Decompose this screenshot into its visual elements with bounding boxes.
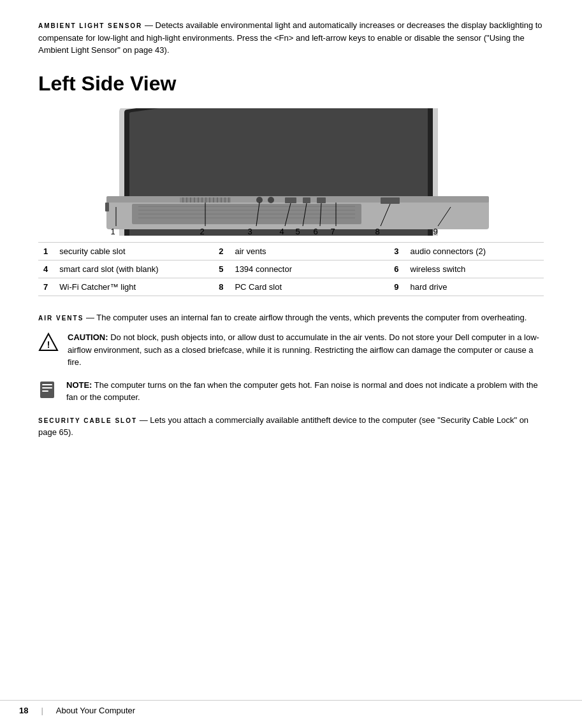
footer-page-number: 18 [19,701,28,715]
footer-title: About Your Computer [56,701,135,715]
svg-text:9: 9 [433,227,437,236]
svg-text:7: 7 [330,227,335,236]
svg-point-26 [268,197,274,203]
svg-text:!: ! [47,339,50,350]
air-vents-body: The computer uses an internal fan to cre… [96,313,527,322]
section-heading: Left Side View [38,72,544,96]
laptop-svg: 1 2 3 4 5 6 7 8 9 [68,108,514,236]
svg-text:8: 8 [375,227,379,236]
svg-rect-27 [285,197,296,203]
security-cable-dash: — [137,415,150,425]
note-text: NOTE: The computer turns on the fan when… [66,379,544,404]
part-num-2: 2 [214,242,229,260]
table-row: 7 Wi-Fi Catcher™ light 8 PC Card slot 9 … [38,278,544,296]
part-num-3: 3 [389,242,405,260]
part-num-5: 5 [214,260,229,278]
table-row: 1 security cable slot 2 air vents 3 audi… [38,242,544,260]
ambient-dash: — [142,20,155,30]
part-label-1: security cable slot [54,242,193,260]
air-vents-header: AIR VENTS [38,315,84,322]
part-num-6: 6 [389,260,405,278]
air-vents-dash: — [84,313,96,322]
laptop-image-area: 1 2 3 4 5 6 7 8 9 [38,108,544,236]
note-label: NOTE: [66,380,92,390]
caution-text: CAUTION: Do not block, push objects into… [68,331,544,369]
part-num-9: 9 [389,278,405,296]
security-cable-header: SECURITY CABLE SLOT [38,417,137,424]
part-label-9: hard drive [405,278,544,296]
footer: 18 | About Your Computer [0,700,582,715]
caution-label: CAUTION: [68,332,108,342]
svg-text:1: 1 [110,227,115,236]
note-box: NOTE: The computer turns on the fan when… [38,379,544,404]
part-label-3: audio connectors (2) [405,242,544,260]
part-label-5: 1394 connector [229,260,368,278]
svg-text:4: 4 [279,227,284,236]
svg-text:5: 5 [295,227,300,236]
part-num-1: 1 [38,242,54,260]
caution-body: Do not block, push objects into, or allo… [68,332,539,367]
part-label-7: Wi-Fi Catcher™ light [54,278,193,296]
ambient-header: AMBIENT LIGHT SENSOR [38,22,142,29]
air-vents-paragraph: AIR VENTS — The computer uses an interna… [38,311,544,324]
svg-rect-28 [303,197,310,203]
ambient-paragraph: AMBIENT LIGHT SENSOR — Detects available… [38,19,544,57]
security-cable-paragraph: SECURITY CABLE SLOT — Lets you attach a … [38,414,544,439]
svg-rect-10 [105,203,109,211]
footer-separator: | [41,701,43,715]
svg-rect-53 [42,387,52,389]
svg-rect-30 [381,197,400,204]
part-num-7: 7 [38,278,54,296]
svg-point-25 [256,197,263,203]
svg-rect-11 [180,197,231,203]
caution-triangle-icon: ! [38,332,59,355]
svg-rect-54 [42,390,48,392]
svg-rect-29 [317,197,326,203]
svg-rect-4 [106,196,489,203]
svg-rect-52 [42,384,52,385]
svg-text:2: 2 [200,227,204,236]
parts-table: 1 security cable slot 2 air vents 3 audi… [38,242,544,296]
part-label-6: wireless switch [405,260,544,278]
svg-text:3: 3 [247,227,252,236]
svg-text:6: 6 [313,227,317,236]
svg-rect-51 [40,382,54,398]
note-doc-icon [38,380,57,402]
note-body: The computer turns on the fan when the c… [66,380,538,403]
part-num-4: 4 [38,260,54,278]
caution-box: ! CAUTION: Do not block, push objects in… [38,331,544,369]
part-num-8: 8 [214,278,229,296]
table-row: 4 smart card slot (with blank) 5 1394 co… [38,260,544,278]
part-label-4: smart card slot (with blank) [54,260,193,278]
part-label-8: PC Card slot [229,278,368,296]
part-label-2: air vents [229,242,368,260]
